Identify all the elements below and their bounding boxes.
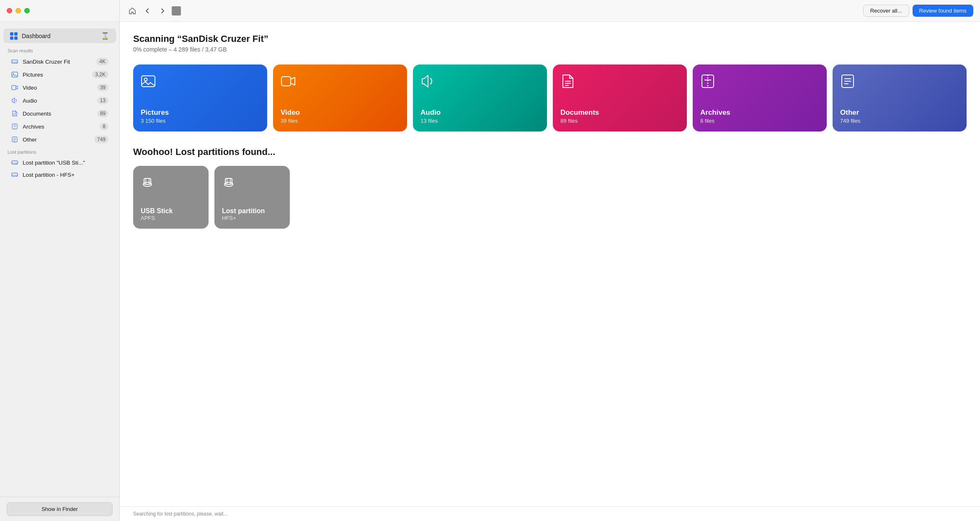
sidebar-item-lost-usb[interactable]: Lost partition "USB Sti...": [3, 157, 116, 168]
audio-card[interactable]: Audio 13 files: [413, 64, 490, 132]
svg-rect-15: [12, 161, 18, 164]
sidebar-sandisk-badge: 4K: [96, 58, 108, 65]
toolbar: Recover all... Review found items: [120, 0, 490, 22]
svg-rect-3: [12, 72, 18, 77]
video-card-name: Video: [281, 108, 400, 117]
sidebar-item-audio[interactable]: Audio 13: [3, 94, 116, 107]
lost-partitions-title: Woohoo! Lost partitions found...: [133, 147, 490, 157]
svg-point-4: [13, 73, 14, 75]
document-icon: [11, 110, 18, 117]
sidebar-sandisk-label: SanDisk Cruzer Fit: [23, 59, 96, 65]
scan-results-section-label: Scan results: [0, 45, 119, 55]
sidebar-audio-label: Audio: [23, 98, 97, 104]
sidebar-video-badge: 39: [97, 84, 108, 91]
partitions-grid: USB Stick APFS Lost partition HFS+: [133, 166, 490, 229]
sidebar-item-other[interactable]: Other 749: [3, 133, 116, 146]
dashboard-label: Dashboard: [22, 33, 51, 39]
usb-stick-partition-type: APFS: [141, 215, 201, 221]
dashboard-button[interactable]: Dashboard ⌛: [3, 28, 116, 43]
pictures-card[interactable]: Pictures 3 150 files: [133, 64, 267, 132]
sidebar-archives-badge: 8: [100, 123, 108, 130]
scan-title: Scanning “SanDisk Cruzer Fit”: [133, 34, 490, 44]
svg-point-17: [16, 164, 17, 165]
sidebar: Dashboard ⌛ Scan results SanDisk Cruzer …: [0, 0, 120, 260]
forward-button[interactable]: [157, 5, 168, 17]
svg-point-2: [16, 63, 17, 64]
sidebar-pictures-label: Pictures: [23, 72, 92, 78]
sidebar-item-documents[interactable]: Documents 89: [3, 107, 116, 120]
lost-drive-icon-1: [11, 159, 18, 166]
minimize-button[interactable]: [15, 8, 21, 13]
video-card-icon: [281, 74, 400, 92]
lost-partition-hfsplus-type: HFS+: [222, 215, 282, 221]
svg-rect-23: [281, 77, 291, 86]
sidebar-video-label: Video: [23, 85, 97, 91]
svg-rect-21: [142, 76, 155, 87]
usb-stick-partition-icon: [141, 175, 201, 191]
video-card-count: 39 files: [281, 118, 400, 124]
sidebar-item-archives[interactable]: Archives 8: [3, 120, 116, 133]
audio-card-count: 13 files: [420, 118, 490, 124]
pictures-card-name: Pictures: [141, 108, 260, 117]
sidebar-lost-hfsplus-label: Lost partition - HFS+: [23, 172, 108, 178]
audio-icon: [11, 97, 18, 104]
lost-partition-hfsplus-name: Lost partition: [222, 207, 282, 215]
back-button[interactable]: [142, 5, 153, 17]
drive-icon: [11, 58, 18, 65]
fullscreen-button[interactable]: [24, 8, 30, 13]
archive-icon: [11, 123, 18, 130]
sidebar-lost-usb-label: Lost partition "USB Sti...": [23, 160, 108, 166]
sidebar-item-pictures[interactable]: Pictures 3,2K: [3, 68, 116, 81]
dashboard-grid-icon: [10, 32, 18, 40]
lost-partition-hfsplus-icon: [222, 175, 282, 191]
file-cards-grid: Pictures 3 150 files Video 39 files: [133, 64, 490, 132]
svg-rect-5: [12, 85, 16, 90]
video-card[interactable]: Video 39 files: [273, 64, 407, 132]
svg-rect-18: [12, 173, 18, 176]
svg-rect-0: [12, 60, 18, 63]
sidebar-other-label: Other: [23, 137, 94, 143]
usb-stick-partition-name: USB Stick: [141, 207, 201, 215]
sidebar-item-sandisk[interactable]: SanDisk Cruzer Fit 4K: [3, 55, 116, 68]
sidebar-documents-badge: 89: [97, 110, 108, 117]
scan-subtitle: 0% complete – 4 289 files / 3,47 GB: [133, 46, 490, 53]
pictures-card-icon: [141, 74, 260, 92]
picture-icon: [11, 71, 18, 78]
usb-stick-partition-card[interactable]: USB Stick APFS: [133, 166, 209, 229]
main-content: Scanning “SanDisk Cruzer Fit” 0% complet…: [120, 22, 490, 260]
close-button[interactable]: [7, 8, 12, 13]
sidebar-item-lost-hfsplus[interactable]: Lost partition - HFS+: [3, 169, 116, 181]
sidebar-documents-label: Documents: [23, 111, 97, 117]
lost-partitions-section-label: Lost partitions: [0, 146, 119, 156]
spinner-icon: ⌛: [101, 32, 109, 40]
main-panel: Recover all... Review found items Scanni…: [120, 0, 490, 260]
sidebar-item-video[interactable]: Video 39: [3, 81, 116, 94]
titlebar: [0, 0, 119, 22]
lost-partition-hfsplus-card[interactable]: Lost partition HFS+: [214, 166, 290, 229]
sidebar-other-badge: 749: [94, 136, 108, 143]
home-button[interactable]: [126, 5, 138, 17]
svg-rect-35: [144, 178, 151, 184]
video-icon: [11, 84, 18, 91]
svg-point-22: [144, 78, 147, 81]
lost-drive-icon-2: [11, 171, 18, 178]
svg-rect-39: [225, 178, 232, 184]
sidebar-audio-badge: 13: [97, 97, 108, 104]
other-icon: [11, 136, 18, 143]
audio-card-icon: [420, 74, 490, 92]
audio-card-name: Audio: [420, 108, 490, 117]
stop-button[interactable]: [172, 6, 181, 15]
svg-point-20: [16, 176, 17, 177]
sidebar-pictures-badge: 3,2K: [92, 71, 108, 78]
sidebar-archives-label: Archives: [23, 124, 100, 130]
pictures-card-count: 3 150 files: [141, 118, 260, 124]
